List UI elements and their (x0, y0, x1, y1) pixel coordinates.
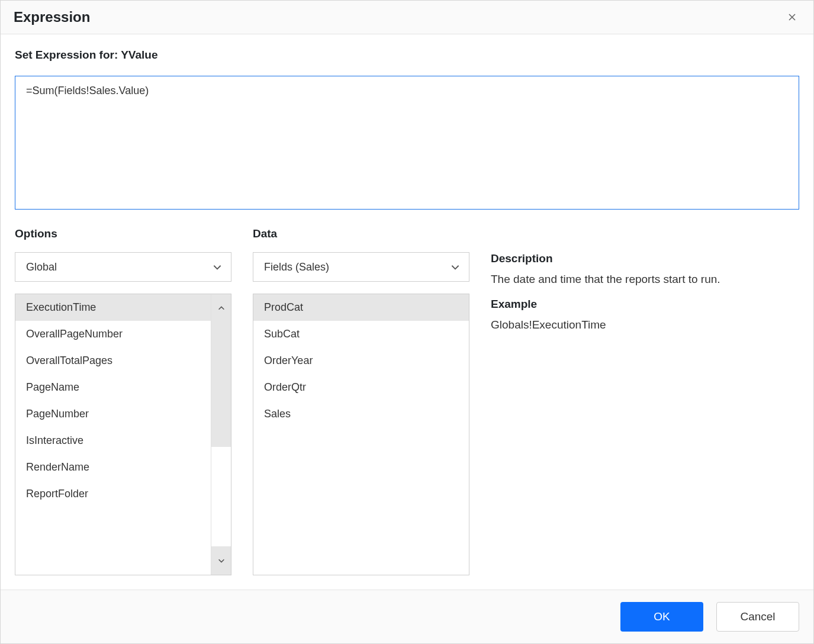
description-panel: Description The date and time that the r… (491, 227, 799, 575)
scrollbar-thumb[interactable] (211, 323, 231, 447)
options-select-value: Global (26, 261, 57, 273)
dialog-body: Set Expression for: YValue Options Globa… (1, 34, 813, 590)
options-heading: Options (15, 227, 231, 240)
data-select[interactable]: Fields (Sales) (253, 252, 469, 282)
options-list-item[interactable]: ExecutionTime (15, 294, 211, 321)
chevron-up-icon (217, 304, 226, 313)
options-list-item[interactable]: IsInteractive (15, 427, 211, 454)
options-list-item[interactable]: OverallPageNumber (15, 321, 211, 347)
scroll-down-button[interactable] (211, 546, 231, 575)
data-listbox[interactable]: ProdCatSubCatOrderYearOrderQtrSales (253, 294, 469, 575)
expression-input[interactable] (15, 76, 799, 210)
data-list-item[interactable]: OrderQtr (253, 374, 469, 401)
example-text: Globals!ExecutionTime (491, 317, 799, 334)
data-list-item[interactable]: OrderYear (253, 347, 469, 374)
data-list-item[interactable]: Sales (253, 401, 469, 427)
close-button[interactable] (784, 9, 800, 25)
dialog-footer: OK Cancel (1, 590, 813, 643)
options-list-item[interactable]: PageName (15, 374, 211, 401)
dialog-header: Expression (1, 1, 813, 34)
ok-button[interactable]: OK (620, 602, 703, 632)
cancel-button[interactable]: Cancel (716, 602, 799, 632)
scrollbar[interactable] (211, 294, 231, 575)
scroll-up-button[interactable] (211, 294, 231, 323)
description-label: Description (491, 250, 799, 268)
data-list-item[interactable]: SubCat (253, 321, 469, 347)
options-panel: Options Global ExecutionTimeOverallPageN… (15, 227, 231, 575)
panels: Options Global ExecutionTimeOverallPageN… (15, 227, 799, 575)
data-list-item[interactable]: ProdCat (253, 294, 469, 321)
options-list-item[interactable]: OverallTotalPages (15, 347, 211, 374)
options-select[interactable]: Global (15, 252, 231, 282)
options-list-item[interactable]: ReportFolder (15, 481, 211, 507)
set-expression-label: Set Expression for: YValue (15, 49, 799, 62)
description-block: Description The date and time that the r… (491, 250, 799, 288)
chevron-down-icon (217, 556, 226, 565)
chevron-down-icon (450, 262, 461, 272)
data-heading: Data (253, 227, 469, 240)
data-panel: Data Fields (Sales) ProdCatSubCatOrderYe… (253, 227, 469, 575)
options-listbox[interactable]: ExecutionTimeOverallPageNumberOverallTot… (15, 294, 231, 575)
example-label: Example (491, 296, 799, 313)
expression-dialog: Expression Set Expression for: YValue Op… (0, 0, 814, 644)
data-select-value: Fields (Sales) (264, 261, 329, 273)
options-list-item[interactable]: RenderName (15, 454, 211, 481)
dialog-title: Expression (14, 9, 90, 25)
description-text: The date and time that the reports start… (491, 271, 799, 288)
options-list-item[interactable]: PageNumber (15, 401, 211, 427)
close-icon (787, 12, 797, 22)
example-block: Example Globals!ExecutionTime (491, 296, 799, 333)
chevron-down-icon (212, 262, 223, 272)
